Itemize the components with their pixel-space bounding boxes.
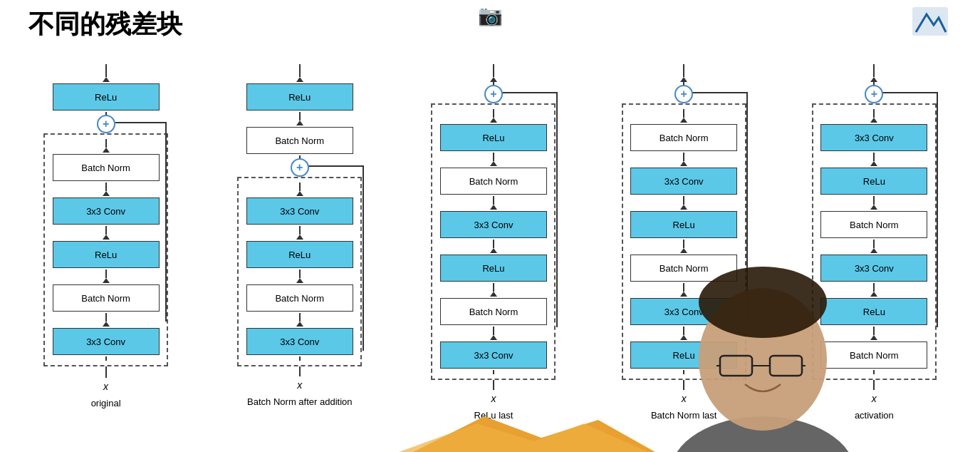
block-relu-4: ReLu bbox=[630, 341, 737, 369]
svg-marker-9 bbox=[413, 416, 655, 452]
block-relu-2: ReLu bbox=[246, 241, 353, 268]
block-relu-5top: ReLu bbox=[820, 168, 927, 195]
block-bn-3top: Batch Norm bbox=[440, 168, 547, 195]
block-bn-5: Batch Norm bbox=[820, 341, 927, 369]
block-relu-5: ReLu bbox=[820, 298, 927, 325]
diagram-label-1: original bbox=[91, 398, 121, 409]
block-relu-3: ReLu bbox=[440, 255, 547, 282]
block-bn-2top: Batch Norm bbox=[246, 127, 353, 154]
x-label-5: x bbox=[872, 393, 877, 404]
block-bn-4top: Batch Norm bbox=[630, 124, 737, 151]
diagram-bnlast: + Batch Norm 3x3 Conv ReLu Batch Norm bbox=[612, 64, 755, 421]
diagram-original: ReLu + Batch Norm 3x3 Conv ReLu bbox=[35, 64, 177, 409]
diagram-bna: ReLu Batch Norm + 3x3 Conv ReLu bbox=[225, 64, 375, 407]
block-relu-4top: ReLu bbox=[630, 211, 737, 238]
logo bbox=[909, 4, 952, 39]
x-label-3: x bbox=[491, 393, 496, 404]
dashed-box-4: Batch Norm 3x3 Conv ReLu Batch Norm 3x3 … bbox=[622, 103, 746, 380]
block-relu-3top: ReLu bbox=[440, 124, 547, 151]
block-batchnorm-1b: Batch Norm bbox=[53, 284, 160, 312]
block-conv-2: 3x3 Conv bbox=[246, 197, 353, 225]
x-label-1: x bbox=[103, 381, 108, 392]
block-relu-top: ReLu bbox=[53, 83, 160, 111]
slide: 不同的残差块 📷 ReLu + bbox=[0, 0, 980, 452]
diagram-label-2: Batch Norm after addition bbox=[247, 396, 352, 407]
block-conv-4top: 3x3 Conv bbox=[630, 168, 737, 195]
plus-circle-5: + bbox=[865, 85, 883, 103]
diagram-label-3: ReLu last bbox=[474, 410, 514, 421]
diagram-preact: + 3x3 Conv ReLu Batch Norm 3x3 Conv bbox=[803, 64, 945, 421]
page-title: 不同的残差块 bbox=[28, 7, 182, 42]
orange-banner bbox=[0, 416, 980, 452]
plus-circle-2: + bbox=[291, 158, 309, 177]
block-conv-2b: 3x3 Conv bbox=[246, 328, 353, 355]
block-relu-1: ReLu bbox=[53, 241, 160, 268]
block-conv-5: 3x3 Conv bbox=[820, 255, 927, 282]
block-conv-5top: 3x3 Conv bbox=[820, 124, 927, 151]
plus-circle-3: + bbox=[484, 85, 503, 103]
diagram-relulast: + ReLu Batch Norm 3x3 Conv ReLu bbox=[422, 64, 565, 421]
diagram-label-4: Batch Norm last bbox=[651, 410, 716, 421]
dashed-box-3: ReLu Batch Norm 3x3 Conv ReLu Batch Norm… bbox=[431, 103, 556, 380]
block-relu-2top: ReLu bbox=[246, 83, 353, 111]
block-conv-3: 3x3 Conv bbox=[440, 341, 547, 369]
block-bn-5top: Batch Norm bbox=[820, 211, 927, 238]
camera-icon: 📷 bbox=[478, 4, 503, 27]
x-label-2: x bbox=[297, 379, 302, 391]
dashed-box-2: 3x3 Conv ReLu Batch Norm 3x3 Conv bbox=[237, 177, 362, 366]
block-bn-2: Batch Norm bbox=[246, 284, 353, 312]
dashed-box-1: Batch Norm 3x3 Conv ReLu Batch Norm 3x3 … bbox=[43, 133, 168, 366]
block-conv-1: 3x3 Conv bbox=[53, 197, 160, 225]
block-conv-3top: 3x3 Conv bbox=[440, 211, 547, 238]
block-bn-4: Batch Norm bbox=[630, 255, 737, 282]
block-conv-1b: 3x3 Conv bbox=[53, 328, 160, 355]
plus-circle-1: + bbox=[97, 115, 115, 133]
svg-point-1 bbox=[670, 416, 855, 452]
block-conv-4: 3x3 Conv bbox=[630, 298, 737, 325]
diagram-label-5: activation bbox=[855, 410, 894, 421]
dashed-box-5: 3x3 Conv ReLu Batch Norm 3x3 Conv ReLu B… bbox=[812, 103, 937, 380]
plus-circle-4: + bbox=[674, 85, 693, 103]
block-batchnorm-1: Batch Norm bbox=[53, 154, 160, 181]
svg-marker-10 bbox=[399, 423, 648, 452]
x-label-4: x bbox=[682, 393, 687, 404]
block-bn-3: Batch Norm bbox=[440, 298, 547, 325]
